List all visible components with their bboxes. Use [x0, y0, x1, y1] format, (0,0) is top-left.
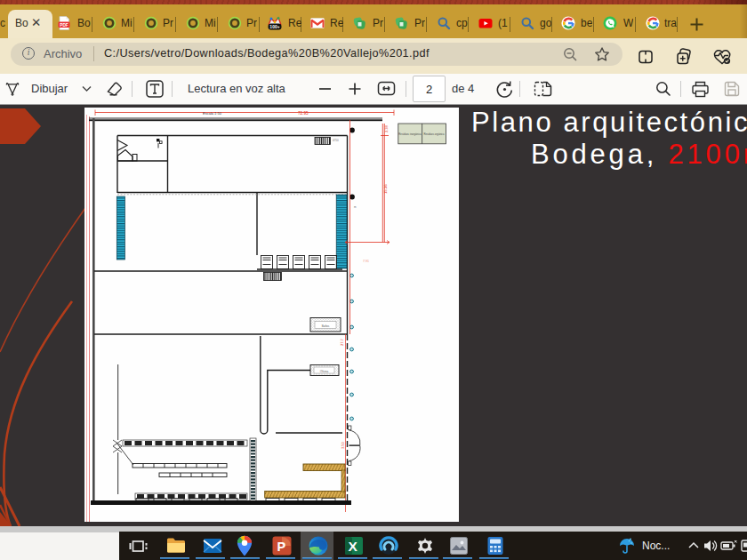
svg-text:7.91: 7.91 [363, 260, 369, 263]
svg-text:72.95: 72.95 [298, 111, 309, 116]
svg-text:3.50: 3.50 [341, 441, 345, 449]
svg-text:15.36: 15.36 [383, 184, 388, 194]
svg-text:Residuos orgánica: Residuos orgánica [423, 132, 445, 136]
svg-text:27.7: 27.7 [340, 338, 344, 346]
svg-text:PDF: PDF [60, 23, 68, 28]
svg-text:Escala 1:50: Escala 1:50 [203, 111, 222, 116]
svg-text:P: P [277, 540, 286, 554]
svg-text:100+: 100+ [269, 24, 279, 29]
svg-text:2.38: 2.38 [384, 124, 389, 132]
svg-text:m: m [354, 205, 357, 209]
svg-text:X: X [349, 539, 358, 554]
svg-text:Residuos inorgánica: Residuos inorgánica [398, 132, 422, 136]
svg-text:Oficina: Oficina [320, 370, 329, 373]
svg-text:4710: 4710 [333, 139, 339, 142]
svg-text:Baños: Baños [322, 324, 330, 328]
